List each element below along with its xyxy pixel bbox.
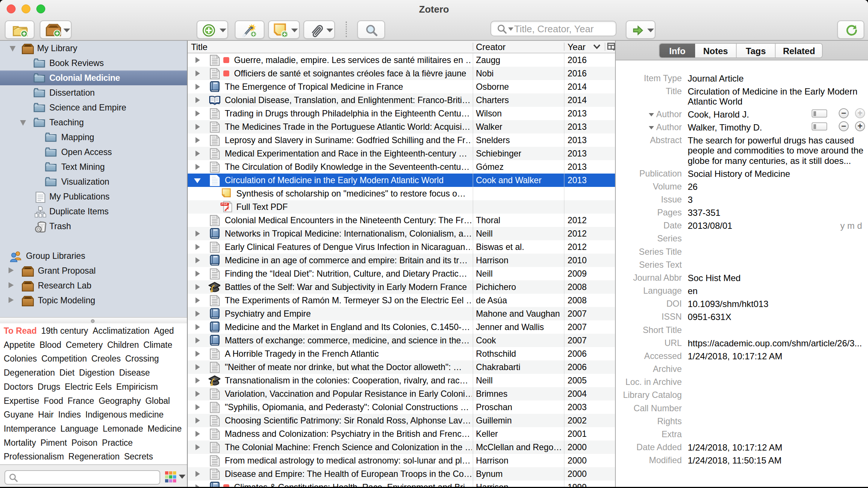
svg-text:PDF: PDF xyxy=(221,203,228,206)
